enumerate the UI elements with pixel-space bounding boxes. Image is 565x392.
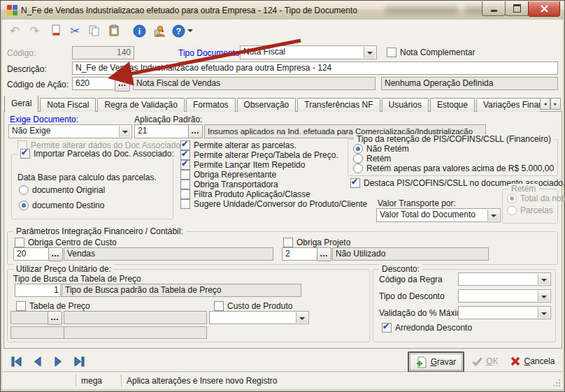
svg-text:?: ?: [176, 27, 180, 36]
info-icon[interactable]: i: [131, 23, 147, 38]
sugere-unidade-checkbox[interactable]: Sugere Unidade/Conversor do Produto/Clie…: [180, 199, 367, 209]
importar-parcelas-checkbox[interactable]: Importar Parcelas do Doc. Associado:: [17, 149, 177, 159]
tabela-preco-codigo[interactable]: [10, 311, 50, 324]
tabela-preco-codigo-2: [10, 326, 68, 339]
projeto-lookup-button[interactable]: …: [317, 247, 331, 261]
codigo-regra-label: Código da Regra: [379, 275, 443, 284]
valor-transporte-combo[interactable]: Valor Total do Documento: [376, 208, 501, 222]
tipo-documento-combo[interactable]: Nota Fiscal: [240, 45, 377, 59]
tab-scroll-left-icon[interactable]: ◂: [540, 98, 550, 110]
tab-estoque[interactable]: Estoque: [430, 98, 475, 112]
permite-alterar-preco-checkbox[interactable]: Permite alterar Preço/Tabela de Preço.: [180, 150, 338, 160]
tab-geral[interactable]: Geral: [4, 96, 38, 112]
permite-lancar-item-checkbox[interactable]: Permite Lançar Item Repetido: [180, 160, 305, 170]
undo-icon[interactable]: ↶: [7, 23, 22, 38]
tab-observacao[interactable]: Observação: [237, 98, 296, 112]
minimize-button[interactable]: [482, 1, 506, 16]
delete-record-icon[interactable]: [48, 23, 64, 38]
chevron-down-icon[interactable]: [364, 47, 376, 58]
copy-icon[interactable]: [87, 23, 102, 38]
tab-variacoes-financeiras[interactable]: Variações Financeiras: [476, 98, 540, 112]
tabela-preco-checkbox[interactable]: Tabela de Preço: [16, 301, 90, 311]
arredonda-desconto-checkbox[interactable]: Arredonda Desconto: [382, 323, 472, 333]
tab-regra-validacao[interactable]: Regra de Validação: [97, 98, 185, 112]
ok-check-icon: [472, 357, 482, 366]
exige-documento-combo[interactable]: Não Exige: [8, 124, 132, 138]
chevron-down-icon[interactable]: [538, 307, 550, 318]
cut-icon[interactable]: ✂: [67, 23, 83, 38]
obriga-representante-checkbox[interactable]: Obriga Representante: [180, 170, 276, 180]
obriga-projeto-checkbox[interactable]: Obriga Projeto: [283, 238, 350, 247]
custo-produto-checkbox[interactable]: Custo de Produto: [214, 301, 292, 311]
help-dropdown-icon[interactable]: [186, 23, 194, 38]
checkbox-icon: [180, 180, 190, 189]
app-icon: [7, 5, 17, 15]
retem-acima-radio[interactable]: Retém apenas para valores acima de R$ 5.…: [353, 164, 554, 173]
validacao-maximo-combo[interactable]: [458, 306, 551, 319]
paste-icon[interactable]: [106, 23, 122, 38]
codigo-acao-lookup-button[interactable]: …: [115, 77, 130, 92]
tipo-desconto-combo[interactable]: [458, 289, 551, 303]
codigo-acao-input[interactable]: 620: [72, 77, 117, 90]
radio-icon: [507, 205, 517, 215]
tab-nota-fiscal[interactable]: Nota Fiscal: [40, 98, 96, 112]
documento-original-radio[interactable]: documento Original: [19, 185, 105, 195]
codigo-field: 140: [72, 46, 134, 59]
next-record-icon: [54, 356, 63, 367]
obriga-transportadora-checkbox[interactable]: Obriga Transportadora: [180, 180, 278, 189]
checkbox-icon: [15, 238, 24, 247]
checkbox-icon: [180, 199, 190, 209]
centro-custo-input[interactable]: 20: [13, 247, 51, 261]
retem-radio[interactable]: Retém: [353, 154, 391, 164]
nota-complementar-checkbox[interactable]: Nota Complementar: [387, 48, 475, 57]
tab-scroll-right-icon[interactable]: ▸: [550, 98, 561, 110]
help-icon[interactable]: ?: [171, 23, 186, 38]
tipo-documento-label: Tipo Documento:: [178, 48, 242, 58]
custo-produto-combo[interactable]: [209, 311, 309, 324]
tabela-preco-lookup-button[interactable]: …: [48, 311, 62, 325]
tab-transferencias-nf[interactable]: Transferências NF: [297, 98, 380, 112]
chevron-down-icon[interactable]: [487, 210, 499, 221]
tab-strip: Geral Nota Fiscal Regra de Validação For…: [4, 96, 540, 112]
documento-destino-radio[interactable]: documento Destino: [19, 201, 104, 210]
permite-alterar-parcelas-checkbox[interactable]: Permite alterar as parcelas.: [180, 140, 296, 150]
checkbox-icon: [283, 238, 293, 247]
gravar-button[interactable]: Gravar: [408, 351, 464, 372]
tab-formatos[interactable]: Formatos: [186, 98, 236, 112]
filtra-produto-checkbox[interactable]: Filtra Produto Aplicação/Classe: [180, 189, 310, 199]
codigo-acao-descricao: Nota Fiscal de Vendas: [133, 77, 376, 90]
centro-custo-lookup-button[interactable]: …: [48, 247, 63, 261]
user-icon[interactable]: [151, 23, 166, 38]
radio-icon: [507, 194, 517, 203]
close-icon: [541, 5, 548, 13]
next-record-button[interactable]: [49, 354, 67, 369]
chevron-down-icon[interactable]: [119, 126, 131, 137]
chevron-down-icon[interactable]: [538, 291, 550, 301]
parametros-group: Parâmetros Integração Financeiro / Contá…: [7, 231, 558, 265]
chevron-down-icon[interactable]: [538, 274, 550, 284]
retem-group: Retém Total da nota Parcelas: [502, 189, 558, 224]
cancela-button[interactable]: Cancela: [505, 354, 561, 369]
status-bar: mega Aplica alterações e Insere novo Reg…: [2, 372, 563, 389]
nao-retem-radio[interactable]: Não Retém: [353, 144, 409, 154]
chevron-down-icon[interactable]: [296, 312, 308, 323]
maximize-button[interactable]: [505, 1, 529, 16]
tabela-preco-descricao-2: [64, 326, 207, 339]
first-record-button[interactable]: [7, 354, 25, 369]
descricao-input[interactable]: N_Fe de Vendas Industrializacao efetuado…: [72, 61, 558, 75]
obriga-centro-custo-checkbox[interactable]: Obriga Centro de Custo: [15, 238, 117, 247]
desconto-group: Desconto: Código da Regra Tipo do Descon…: [373, 269, 556, 342]
tab-scroll-buttons: ◂ ▸: [540, 98, 561, 110]
tab-usuarios[interactable]: Usuários: [382, 98, 429, 112]
resize-grip[interactable]: [552, 378, 562, 388]
codigo-regra-combo[interactable]: [458, 273, 551, 286]
previous-record-button[interactable]: [28, 354, 46, 369]
desconto-title: Desconto:: [379, 264, 422, 274]
aplicacao-padrao-input[interactable]: 21: [134, 124, 190, 138]
projeto-input[interactable]: 2: [282, 247, 320, 261]
close-button[interactable]: [528, 1, 560, 17]
redo-icon[interactable]: ↷: [27, 23, 42, 38]
last-record-button[interactable]: [70, 354, 88, 369]
aplicacao-padrao-lookup-button[interactable]: …: [188, 124, 203, 138]
exige-documento-label: Exige Documento:: [10, 115, 78, 124]
